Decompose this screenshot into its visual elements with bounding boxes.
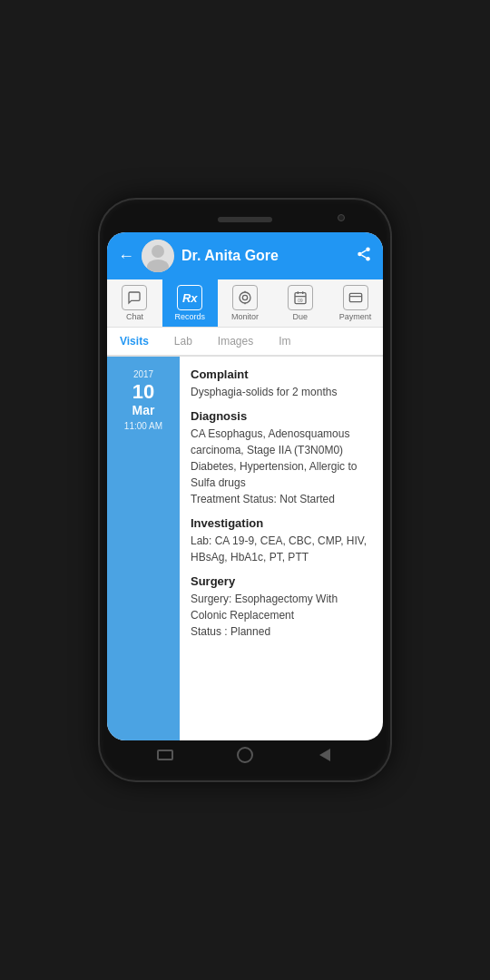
phone-camera [338,214,345,221]
visit-time: 11:00 AM [124,421,162,431]
chat-icon [122,285,147,310]
due-icon: 09 [288,285,313,310]
records-icon: Rx [177,285,202,310]
svg-line-7 [361,250,366,253]
chat-label: Chat [126,312,143,321]
doctor-name: Dr. Anita Gore [181,248,348,264]
monitor-icon [232,285,258,310]
tab-records[interactable]: Rx Records [162,279,218,327]
share-icon[interactable] [356,246,372,266]
phone-screen: ← Dr. Anita Gore [107,232,383,740]
records-label: Records [174,312,205,321]
svg-point-4 [358,252,362,257]
nav-tabs: Chat Rx Records Monitor [107,279,383,328]
subtab-lab[interactable]: Lab [162,328,205,355]
avatar [142,240,174,272]
surgery-content: Surgery: Esophagectomy With Colonic Repl… [191,591,372,640]
subtab-visits[interactable]: Visits [107,328,162,357]
visit-day: 10 [132,381,154,403]
subtab-im[interactable]: Im [266,328,303,355]
tab-monitor[interactable]: Monitor [218,279,273,327]
svg-point-8 [242,295,247,299]
sub-tabs: Visits Lab Images Im [107,328,383,357]
tab-due[interactable]: 09 Due [272,279,328,327]
due-label: Due [293,312,309,321]
svg-rect-17 [349,293,361,301]
phone-bottom-bar [107,740,383,769]
recent-button[interactable] [154,748,176,762]
svg-point-3 [366,248,370,252]
tab-chat[interactable]: Chat [107,279,162,327]
phone-top-bar [107,211,383,229]
tab-payment[interactable]: Payment [328,279,383,327]
records-content: 2017 10 Mar 11:00 AM Complaint Dysphagia… [107,357,383,740]
payment-label: Payment [339,312,372,321]
surgery-title: Surgery [191,574,372,588]
diagnosis-title: Diagnosis [191,409,372,423]
subtab-images[interactable]: Images [205,328,266,355]
home-button[interactable] [234,748,256,762]
complaint-title: Complaint [191,368,372,381]
monitor-label: Monitor [231,312,259,321]
svg-line-6 [361,255,366,258]
svg-point-5 [366,257,370,261]
phone-device: ← Dr. Anita Gore [100,200,390,780]
back-button-hardware[interactable] [314,748,336,762]
payment-icon [343,285,368,310]
phone-speaker [218,217,272,222]
visit-date-column: 2017 10 Mar 11:00 AM [107,357,180,740]
complaint-content: Dysphagia-solids for 2 months [191,384,372,400]
app-header: ← Dr. Anita Gore [107,232,383,279]
diagnosis-content: CA Esophagus, Adenosquamous carcinoma, S… [191,426,372,507]
record-details: Complaint Dysphagia-solids for 2 months … [180,357,383,740]
svg-point-9 [240,292,250,303]
visit-month: Mar [132,403,155,417]
back-button[interactable]: ← [118,247,134,266]
investigation-title: Investigation [191,516,372,530]
svg-point-1 [152,245,164,258]
visit-year: 2017 [133,369,153,379]
svg-text:09: 09 [298,299,303,303]
investigation-content: Lab: CA 19-9, CEA, CBC, CMP, HIV, HBsAg,… [191,533,372,565]
